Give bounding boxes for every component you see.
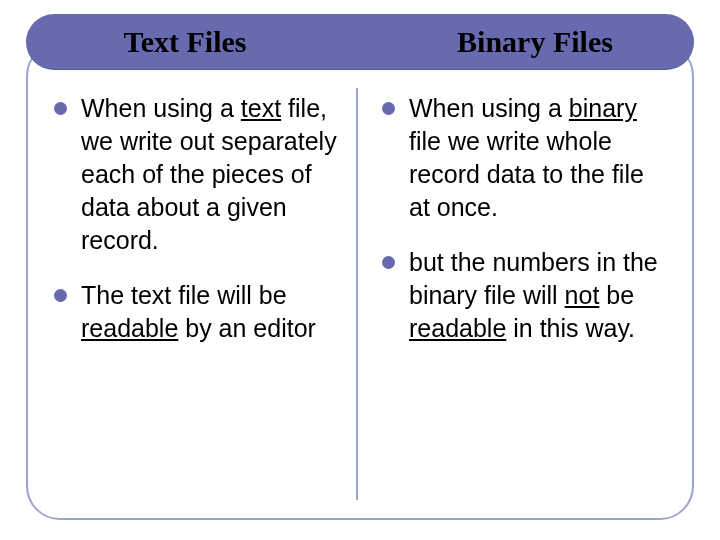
- bullet-icon: [382, 256, 395, 269]
- bullet-icon: [54, 289, 67, 302]
- list-item: but the numbers in the binary file will …: [382, 246, 666, 345]
- columns: When using a text file, we write out sep…: [48, 92, 672, 500]
- text-underline-2: readable: [409, 314, 506, 342]
- text-underline: readable: [81, 314, 178, 342]
- title-band: Text Files Binary Files: [26, 14, 694, 70]
- text-mid: file we write whole record data to the f…: [409, 127, 644, 221]
- text-pre: When using a: [81, 94, 241, 122]
- text-pre: The text file will be: [81, 281, 287, 309]
- text-underline: binary: [569, 94, 637, 122]
- bullet-text: The text file will be readable by an edi…: [81, 279, 338, 345]
- slide: Text Files Binary Files When using a tex…: [0, 0, 720, 540]
- title-row: Text Files Binary Files: [26, 14, 694, 70]
- title-left: Text Files: [26, 14, 364, 70]
- text-mid: be: [599, 281, 634, 309]
- list-item: When using a text file, we write out sep…: [54, 92, 338, 257]
- text-underline: text: [241, 94, 281, 122]
- text-post: in this way.: [506, 314, 635, 342]
- left-column: When using a text file, we write out sep…: [48, 92, 352, 500]
- bullet-text: When using a binary file we write whole …: [409, 92, 666, 224]
- title-right: Binary Files: [364, 14, 694, 70]
- list-item: The text file will be readable by an edi…: [54, 279, 338, 345]
- list-item: When using a binary file we write whole …: [382, 92, 666, 224]
- text-pre: When using a: [409, 94, 569, 122]
- bullet-icon: [54, 102, 67, 115]
- bullet-text: When using a text file, we write out sep…: [81, 92, 338, 257]
- text-underline: not: [565, 281, 600, 309]
- bullet-icon: [382, 102, 395, 115]
- bullet-text: but the numbers in the binary file will …: [409, 246, 666, 345]
- column-divider: [356, 88, 358, 500]
- right-column: When using a binary file we write whole …: [362, 92, 672, 500]
- text-mid: by an editor: [178, 314, 316, 342]
